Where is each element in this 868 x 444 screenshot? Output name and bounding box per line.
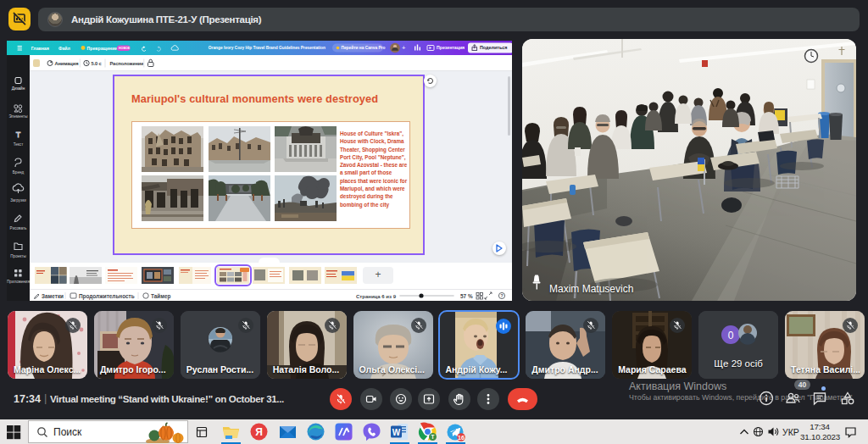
svg-text:Элементы: Элементы [8,114,27,119]
svg-text:Я: Я [255,426,263,438]
svg-text:Продолжительность: Продолжительность [79,293,135,300]
svg-text:+: + [402,44,406,52]
svg-text:Рисовать: Рисовать [10,226,27,230]
svg-text:Перейти на Canva Pro: Перейти на Canva Pro [342,45,386,50]
svg-text:Текст: Текст [14,142,24,147]
svg-text:Таймер: Таймер [151,293,171,300]
svg-text:Бренд: Бренд [13,170,25,175]
svg-text:Расположение: Расположение [110,61,144,66]
svg-text:Страница 6 из 9: Страница 6 из 9 [356,294,397,299]
svg-text:Презентация: Презентация [437,45,465,50]
svg-text:16: 16 [458,435,465,441]
svg-text:Orange Ivory Cozy Hip Travel B: Orange Ivory Cozy Hip Travel Brand Guide… [209,46,326,50]
svg-text:Главная: Главная [31,46,49,51]
svg-text:Поделиться: Поделиться [480,45,507,50]
svg-text:Проекты: Проекты [10,254,25,258]
svg-text:W: W [392,428,401,437]
svg-text:?: ? [501,293,504,298]
svg-text:Файл: Файл [58,46,70,51]
svg-text:Анимация: Анимация [55,61,79,66]
svg-text:5.0 с: 5.0 с [92,61,102,66]
svg-text:57 %: 57 % [460,293,473,299]
svg-text:Дизайн: Дизайн [12,86,25,91]
svg-text:Превращение: Превращение [87,46,118,51]
svg-text:T: T [16,130,21,139]
svg-text:Приложения: Приложения [7,280,30,284]
svg-text:Загрузки: Загрузки [10,198,26,203]
svg-text:Заметки: Заметки [42,293,64,299]
svg-text:T: T [431,434,435,440]
svg-text:НОВОЕ: НОВОЕ [119,47,131,50]
svg-text:0: 0 [728,330,734,341]
